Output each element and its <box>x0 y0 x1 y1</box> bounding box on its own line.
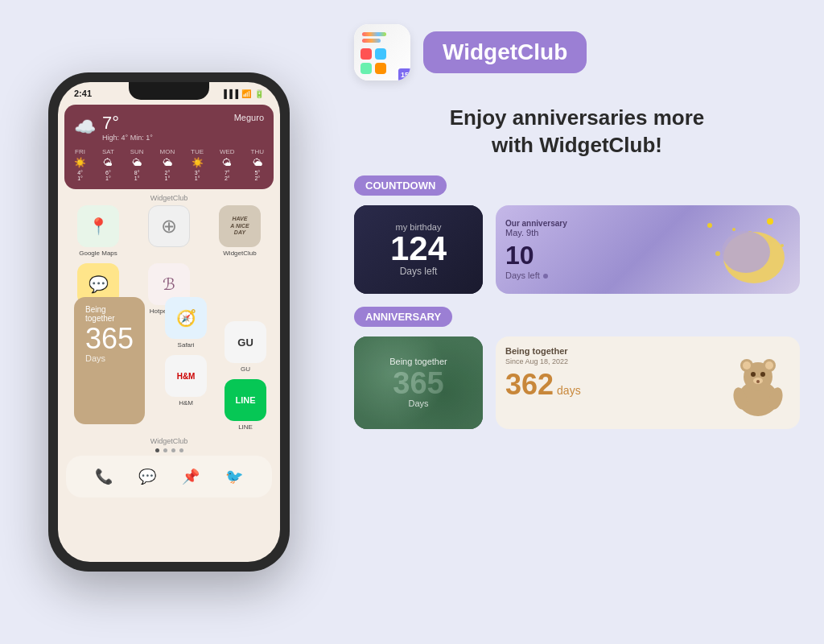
dot-3 <box>171 448 175 452</box>
niceday-label: WidgetClub <box>223 250 256 257</box>
bear-days-label: days <box>557 384 581 397</box>
phone-mockup-panel: 2:41 ▐▐▐ 📶 🔋 ☁️ 7° High: 4° Min: 1° <box>0 0 338 644</box>
wifi-icon: 📶 <box>241 89 251 98</box>
together-days: Days <box>85 353 134 363</box>
countdown-label: COUNTDOWN <box>354 175 447 196</box>
right-apps-col2: GU GU LINE LINE <box>219 297 272 431</box>
weather-temp: 7° <box>102 113 153 134</box>
safari-label: Safari <box>178 341 195 349</box>
together-widget: Being together 365 Days <box>74 297 145 424</box>
phone-dock: 📞 💬 📌 🐦 <box>66 456 272 497</box>
safari-icon: 🧭 <box>165 297 207 339</box>
circle-icon: ⊕ <box>148 205 190 247</box>
svg-point-3 <box>715 251 720 256</box>
dock-pinterest-icon: 📌 <box>176 462 205 491</box>
bear-image <box>726 346 790 419</box>
birthday-countdown-widget: my birthday 124 Days left <box>354 205 483 294</box>
status-icons: ▐▐▐ 📶 🔋 <box>221 89 264 98</box>
moon-svg <box>694 213 790 286</box>
anniversary-section: ANNIVERSARY Being together 365 Days Bein… <box>354 307 800 429</box>
gu-icon: GU <box>225 321 266 363</box>
widgetclub-bottom-label: WidgetClub <box>58 437 280 445</box>
battery-icon: 🔋 <box>254 89 264 98</box>
line-icon: LINE <box>225 379 266 421</box>
svg-point-6 <box>732 228 735 231</box>
together365-bg-pattern <box>354 336 483 429</box>
hm-icon: H&M <box>165 355 207 397</box>
app-item-gu: GU GU <box>219 321 272 373</box>
tagline-line1: Enjoy anniversaries more <box>450 105 704 130</box>
status-time: 2:41 <box>74 89 92 98</box>
app-icon-large: 15 <box>354 24 410 80</box>
right-apps-col: 🧭 Safari H&M H&M <box>159 297 212 431</box>
moon-date: May. 9th <box>505 228 694 237</box>
bear-svg <box>726 346 790 419</box>
countdown-widgets-row: my birthday 124 Days left Our anniversar… <box>354 205 800 294</box>
dock-phone-icon: 📞 <box>89 462 118 491</box>
line-label: LINE <box>238 423 253 431</box>
svg-point-14 <box>751 372 756 377</box>
moon-visual <box>694 213 790 286</box>
maps-icon: 📍 <box>77 205 119 247</box>
app-grid-row1: 📍 Google Maps ⊕ HAVEA NICEDAY WidgetClub <box>58 205 280 257</box>
app-header: 15 WidgetClub <box>354 24 800 80</box>
moon-anniversary-title: Our anniversary <box>505 219 694 228</box>
app-item-hm: H&M H&M <box>159 355 212 407</box>
moon-count: 10 <box>505 241 694 270</box>
hm-label: H&M <box>179 399 193 407</box>
phone-screen: 2:41 ▐▐▐ 📶 🔋 ☁️ 7° High: 4° Min: 1° <box>58 82 280 562</box>
weather-location: Meguro <box>234 113 264 122</box>
bear-widget: Being together Since Aug 18, 2022 362 da… <box>496 336 800 429</box>
maps-label: Google Maps <box>79 250 117 257</box>
svg-point-0 <box>707 223 712 228</box>
together-text: Being together <box>85 305 134 323</box>
phone-frame: 2:41 ▐▐▐ 📶 🔋 ☁️ 7° High: 4° Min: 1° <box>48 72 290 572</box>
together-row: Being together 365 Days 🧭 Safari H&M H&M <box>66 297 272 431</box>
svg-point-12 <box>743 361 751 369</box>
nice-day-card: HAVEA NICEDAY <box>219 205 261 247</box>
app-badge: 15 <box>397 67 410 80</box>
moon-left: Our anniversary May. 9th 10 Days left <box>505 219 694 280</box>
dot-1 <box>155 448 159 452</box>
anniversary-widgets-row: Being together 365 Days Being together S… <box>354 336 800 429</box>
svg-point-15 <box>760 372 765 377</box>
gu-label: GU <box>241 365 250 373</box>
app-item-safari: 🧭 Safari <box>159 297 212 349</box>
dot-4 <box>179 448 183 452</box>
app-item-maps: 📍 Google Maps <box>66 205 130 257</box>
countdown-section: COUNTDOWN my birthday 124 Days left Our … <box>354 175 800 307</box>
moon-anniversary-widget: Our anniversary May. 9th 10 Days left <box>496 205 800 294</box>
together365-days: Days <box>408 398 428 408</box>
widgetclub-label: WidgetClub <box>58 194 280 202</box>
together-number: 365 <box>85 324 134 353</box>
svg-point-13 <box>765 361 773 369</box>
phone-notch <box>129 82 209 100</box>
anniversary-label: ANNIVERSARY <box>354 307 452 327</box>
birthday-days: Days left <box>400 266 438 277</box>
app-item-niceday: HAVEA NICEDAY WidgetClub <box>208 205 272 257</box>
right-panel: 15 WidgetClub Enjoy anniversaries more w… <box>338 0 824 644</box>
weather-hi-lo: High: 4° Min: 1° <box>102 134 153 142</box>
svg-point-7 <box>781 244 784 247</box>
birthday-count: 124 <box>390 232 447 266</box>
moon-days: Days left <box>505 270 694 280</box>
app-name-badge: WidgetClub <box>423 31 587 73</box>
tagline: Enjoy anniversaries more with WidgetClub… <box>354 105 800 159</box>
signal-icon: ▐▐▐ <box>221 89 238 98</box>
dock-message-icon: 💬 <box>133 462 162 491</box>
app-item-circle: ⊕ <box>137 205 201 257</box>
svg-point-5 <box>722 231 770 273</box>
page-dots <box>58 448 280 452</box>
dot-2 <box>163 448 167 452</box>
together365-widget: Being together 365 Days <box>354 336 483 429</box>
dock-twitter-icon: 🐦 <box>220 462 249 491</box>
bear-title: Being together <box>505 346 726 356</box>
bear-count: 362 <box>505 370 554 399</box>
cloud-icon: ☁️ <box>74 117 96 138</box>
tagline-line2: with WidgetClub! <box>492 133 662 157</box>
svg-point-1 <box>767 218 773 225</box>
bear-left: Being together Since Aug 18, 2022 362 da… <box>505 346 726 419</box>
together365-label: Being together <box>389 357 447 366</box>
weather-widget: ☁️ 7° High: 4° Min: 1° Meguro FRI☀️4°1° … <box>64 105 274 189</box>
svg-point-17 <box>756 380 760 383</box>
